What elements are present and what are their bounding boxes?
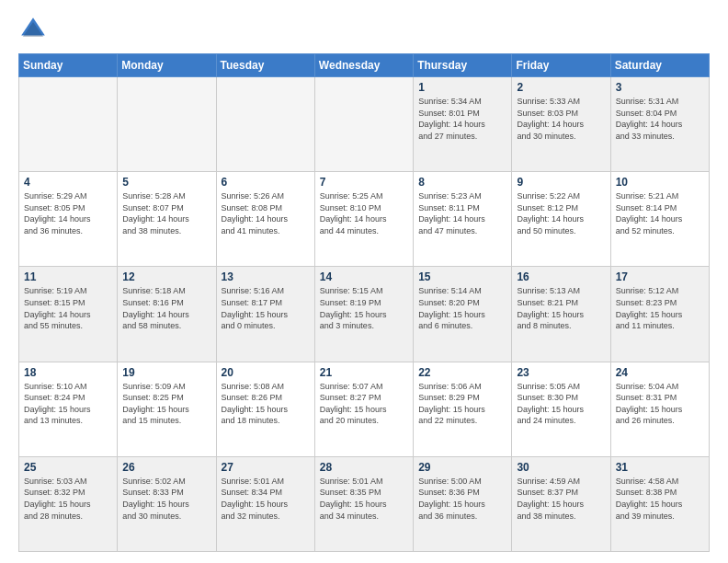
calendar-cell: 6Sunrise: 5:26 AM Sunset: 8:08 PM Daylig… [216,172,314,267]
calendar-cell: 12Sunrise: 5:18 AM Sunset: 8:16 PM Dayli… [118,267,216,362]
day-info: Sunrise: 5:08 AM Sunset: 8:26 PM Dayligh… [222,381,310,427]
day-info: Sunrise: 5:31 AM Sunset: 8:04 PM Dayligh… [616,96,704,142]
day-info: Sunrise: 5:25 AM Sunset: 8:10 PM Dayligh… [320,190,408,236]
calendar-cell: 21Sunrise: 5:07 AM Sunset: 8:27 PM Dayli… [314,362,413,456]
calendar-cell: 16Sunrise: 5:13 AM Sunset: 8:21 PM Dayli… [512,267,610,362]
day-info: Sunrise: 5:01 AM Sunset: 8:34 PM Dayligh… [222,476,310,522]
day-number: 20 [222,366,310,379]
day-info: Sunrise: 5:26 AM Sunset: 8:08 PM Dayligh… [222,190,310,236]
calendar-cell: 22Sunrise: 5:06 AM Sunset: 8:29 PM Dayli… [414,362,512,456]
header [18,15,710,44]
calendar-cell: 31Sunrise: 4:58 AM Sunset: 8:38 PM Dayli… [610,456,709,551]
calendar-table: SundayMondayTuesdayWednesdayThursdayFrid… [18,53,710,552]
calendar-cell: 5Sunrise: 5:28 AM Sunset: 8:07 PM Daylig… [118,172,216,267]
day-number: 13 [222,270,310,283]
day-info: Sunrise: 5:12 AM Sunset: 8:23 PM Dayligh… [616,285,704,331]
weekday-header-row: SundayMondayTuesdayWednesdayThursdayFrid… [19,54,710,77]
calendar-week-3: 11Sunrise: 5:19 AM Sunset: 8:15 PM Dayli… [19,267,710,362]
day-info: Sunrise: 5:19 AM Sunset: 8:15 PM Dayligh… [24,285,112,331]
day-info: Sunrise: 5:18 AM Sunset: 8:16 PM Dayligh… [122,285,210,331]
day-number: 12 [122,270,210,283]
calendar-cell: 4Sunrise: 5:29 AM Sunset: 8:05 PM Daylig… [19,172,118,267]
day-info: Sunrise: 5:10 AM Sunset: 8:24 PM Dayligh… [24,381,112,427]
day-number: 8 [418,176,506,189]
day-number: 23 [517,366,605,379]
calendar-cell: 9Sunrise: 5:22 AM Sunset: 8:12 PM Daylig… [512,172,610,267]
day-number: 25 [24,461,112,474]
day-number: 17 [616,270,704,283]
calendar-cell: 10Sunrise: 5:21 AM Sunset: 8:14 PM Dayli… [610,172,709,267]
calendar-cell: 1Sunrise: 5:34 AM Sunset: 8:01 PM Daylig… [414,77,512,172]
day-info: Sunrise: 5:33 AM Sunset: 8:03 PM Dayligh… [517,96,605,142]
calendar-cell: 30Sunrise: 4:59 AM Sunset: 8:37 PM Dayli… [512,456,610,551]
day-info: Sunrise: 5:06 AM Sunset: 8:29 PM Dayligh… [418,381,506,427]
calendar-cell: 29Sunrise: 5:00 AM Sunset: 8:36 PM Dayli… [414,456,512,551]
calendar-cell: 26Sunrise: 5:02 AM Sunset: 8:33 PM Dayli… [118,456,216,551]
day-number: 16 [517,270,605,283]
day-number: 30 [517,461,605,474]
day-info: Sunrise: 5:22 AM Sunset: 8:12 PM Dayligh… [517,190,605,236]
day-number: 27 [222,461,310,474]
day-info: Sunrise: 5:34 AM Sunset: 8:01 PM Dayligh… [418,96,506,142]
weekday-header-friday: Friday [512,54,610,77]
day-number: 2 [517,81,605,94]
calendar-cell: 18Sunrise: 5:10 AM Sunset: 8:24 PM Dayli… [19,362,118,456]
calendar-cell: 11Sunrise: 5:19 AM Sunset: 8:15 PM Dayli… [19,267,118,362]
calendar-cell: 23Sunrise: 5:05 AM Sunset: 8:30 PM Dayli… [512,362,610,456]
day-info: Sunrise: 5:00 AM Sunset: 8:36 PM Dayligh… [418,476,506,522]
calendar-cell: 28Sunrise: 5:01 AM Sunset: 8:35 PM Dayli… [314,456,413,551]
day-number: 21 [320,366,408,379]
day-number: 9 [517,176,605,189]
day-info: Sunrise: 5:15 AM Sunset: 8:19 PM Dayligh… [320,285,408,331]
day-number: 4 [24,176,112,189]
calendar-week-1: 1Sunrise: 5:34 AM Sunset: 8:01 PM Daylig… [19,77,710,172]
day-info: Sunrise: 5:28 AM Sunset: 8:07 PM Dayligh… [122,190,210,236]
day-number: 3 [616,81,704,94]
day-info: Sunrise: 5:14 AM Sunset: 8:20 PM Dayligh… [418,285,506,331]
day-info: Sunrise: 5:29 AM Sunset: 8:05 PM Dayligh… [24,190,112,236]
logo [18,15,51,44]
day-info: Sunrise: 5:04 AM Sunset: 8:31 PM Dayligh… [616,381,704,427]
page: SundayMondayTuesdayWednesdayThursdayFrid… [0,0,728,563]
day-number: 6 [222,176,310,189]
calendar-cell: 7Sunrise: 5:25 AM Sunset: 8:10 PM Daylig… [314,172,413,267]
weekday-header-monday: Monday [118,54,216,77]
day-info: Sunrise: 5:03 AM Sunset: 8:32 PM Dayligh… [24,476,112,522]
calendar-week-2: 4Sunrise: 5:29 AM Sunset: 8:05 PM Daylig… [19,172,710,267]
weekday-header-tuesday: Tuesday [216,54,314,77]
day-number: 1 [418,81,506,94]
day-info: Sunrise: 4:58 AM Sunset: 8:38 PM Dayligh… [616,476,704,522]
day-number: 29 [418,461,506,474]
calendar-cell: 25Sunrise: 5:03 AM Sunset: 8:32 PM Dayli… [19,456,118,551]
day-info: Sunrise: 5:21 AM Sunset: 8:14 PM Dayligh… [616,190,704,236]
day-number: 7 [320,176,408,189]
day-info: Sunrise: 5:07 AM Sunset: 8:27 PM Dayligh… [320,381,408,427]
calendar-cell: 27Sunrise: 5:01 AM Sunset: 8:34 PM Dayli… [216,456,314,551]
calendar-week-4: 18Sunrise: 5:10 AM Sunset: 8:24 PM Dayli… [19,362,710,456]
day-info: Sunrise: 5:02 AM Sunset: 8:33 PM Dayligh… [122,476,210,522]
day-number: 18 [24,366,112,379]
calendar-cell: 13Sunrise: 5:16 AM Sunset: 8:17 PM Dayli… [216,267,314,362]
calendar-cell: 17Sunrise: 5:12 AM Sunset: 8:23 PM Dayli… [610,267,709,362]
calendar-cell: 3Sunrise: 5:31 AM Sunset: 8:04 PM Daylig… [610,77,709,172]
calendar-cell [314,77,413,172]
day-number: 14 [320,270,408,283]
calendar-cell [19,77,118,172]
day-number: 22 [418,366,506,379]
calendar-cell [118,77,216,172]
calendar-cell [216,77,314,172]
calendar-cell: 8Sunrise: 5:23 AM Sunset: 8:11 PM Daylig… [414,172,512,267]
calendar-cell: 24Sunrise: 5:04 AM Sunset: 8:31 PM Dayli… [610,362,709,456]
day-number: 15 [418,270,506,283]
day-info: Sunrise: 5:09 AM Sunset: 8:25 PM Dayligh… [122,381,210,427]
day-info: Sunrise: 5:13 AM Sunset: 8:21 PM Dayligh… [517,285,605,331]
weekday-header-thursday: Thursday [414,54,512,77]
day-number: 19 [122,366,210,379]
day-info: Sunrise: 5:05 AM Sunset: 8:30 PM Dayligh… [517,381,605,427]
day-info: Sunrise: 5:16 AM Sunset: 8:17 PM Dayligh… [222,285,310,331]
calendar-week-5: 25Sunrise: 5:03 AM Sunset: 8:32 PM Dayli… [19,456,710,551]
calendar-cell: 19Sunrise: 5:09 AM Sunset: 8:25 PM Dayli… [118,362,216,456]
day-info: Sunrise: 5:23 AM Sunset: 8:11 PM Dayligh… [418,190,506,236]
day-number: 5 [122,176,210,189]
day-number: 10 [616,176,704,189]
